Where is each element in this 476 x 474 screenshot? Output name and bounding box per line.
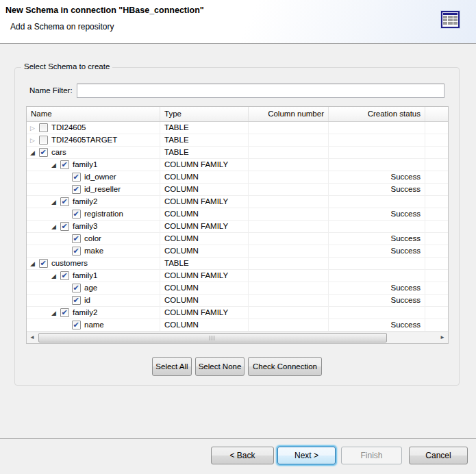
row-name-label: registration bbox=[84, 208, 123, 220]
table-row[interactable]: ◢carsTABLE bbox=[27, 147, 448, 159]
name-filter-label: Name Filter: bbox=[29, 86, 73, 95]
row-name-cell: id_reseller bbox=[27, 184, 160, 195]
row-creation-status-cell: Success bbox=[329, 282, 425, 294]
table-row[interactable]: ◢customersTABLE bbox=[27, 258, 448, 270]
row-extra-cell bbox=[425, 270, 448, 282]
wizard-banner: New Schema in connection "HBase_connecti… bbox=[0, 0, 476, 44]
row-name-label: name bbox=[84, 319, 104, 331]
table-row[interactable]: makeCOLUMNSuccess bbox=[27, 245, 448, 258]
row-checkbox-checked[interactable] bbox=[60, 271, 69, 280]
next-button[interactable]: Next > bbox=[277, 447, 336, 464]
table-body: ▷TDI24605TABLE▷TDI24605TARGETTABLE◢carsT… bbox=[27, 122, 448, 332]
row-type-cell: COLUMN bbox=[160, 171, 249, 183]
table-row[interactable]: id_ownerCOLUMNSuccess bbox=[27, 171, 448, 184]
row-column-number-cell bbox=[249, 147, 329, 158]
tree-collapsed-icon[interactable]: ▷ bbox=[30, 135, 39, 146]
row-checkbox-checked[interactable] bbox=[72, 247, 81, 255]
row-checkbox-checked[interactable] bbox=[39, 148, 48, 157]
table-row[interactable]: ▷TDI24605TARGETTABLE bbox=[27, 134, 448, 147]
row-checkbox-checked[interactable] bbox=[60, 222, 69, 231]
table-row[interactable]: ◢family3COLUMN FAMILY bbox=[27, 221, 448, 233]
row-creation-status-cell: Success bbox=[329, 208, 425, 220]
row-name-cell: ▷TDI24605 bbox=[27, 122, 160, 134]
table-row[interactable]: ◢family2COLUMN FAMILY bbox=[27, 307, 448, 319]
tree-expanded-icon[interactable]: ◢ bbox=[51, 271, 60, 282]
row-checkbox-checked[interactable] bbox=[72, 173, 81, 182]
row-type-cell: COLUMN bbox=[160, 233, 249, 245]
scroll-right-icon[interactable]: ► bbox=[437, 332, 448, 343]
row-extra-cell bbox=[425, 307, 448, 319]
row-checkbox-checked[interactable] bbox=[72, 321, 81, 329]
row-name-label: family1 bbox=[73, 159, 97, 171]
name-filter-input[interactable] bbox=[77, 84, 444, 98]
row-checkbox-checked[interactable] bbox=[72, 185, 81, 194]
table-row[interactable]: ◢family1COLUMN FAMILY bbox=[27, 159, 448, 171]
row-checkbox-checked[interactable] bbox=[60, 160, 69, 169]
row-checkbox-unchecked[interactable] bbox=[39, 123, 48, 132]
row-checkbox-checked[interactable] bbox=[72, 234, 81, 243]
row-type-cell: COLUMN bbox=[160, 184, 249, 195]
row-column-number-cell bbox=[249, 159, 329, 171]
row-name-label: color bbox=[84, 233, 101, 245]
row-extra-cell bbox=[425, 319, 448, 331]
tree-expanded-icon[interactable]: ◢ bbox=[51, 308, 60, 319]
row-name-label: TDI24605 bbox=[51, 122, 86, 134]
row-extra-cell bbox=[425, 208, 448, 220]
horizontal-scrollbar[interactable]: ◄ ► bbox=[27, 332, 448, 343]
row-name-label: family2 bbox=[73, 307, 97, 319]
table-row[interactable]: ◢family2COLUMN FAMILY bbox=[27, 196, 448, 208]
row-checkbox-checked[interactable] bbox=[72, 210, 81, 219]
row-name-label: id_reseller bbox=[84, 184, 121, 195]
table-row[interactable]: nameCOLUMNSuccess bbox=[27, 319, 448, 332]
row-extra-cell bbox=[425, 233, 448, 245]
row-name-cell: make bbox=[27, 245, 160, 257]
select-none-button[interactable]: Select None bbox=[195, 357, 245, 376]
column-header-column-number[interactable]: Column number bbox=[249, 107, 329, 121]
row-creation-status-cell bbox=[329, 196, 425, 208]
row-name-label: family3 bbox=[73, 221, 97, 232]
row-name-cell: id_owner bbox=[27, 171, 160, 183]
row-checkbox-checked[interactable] bbox=[72, 284, 81, 292]
check-connection-button[interactable]: Check Connection bbox=[248, 357, 322, 376]
tree-collapsed-icon[interactable]: ▷ bbox=[30, 123, 39, 134]
row-creation-status-cell: Success bbox=[329, 295, 425, 306]
table-row[interactable]: colorCOLUMNSuccess bbox=[27, 233, 448, 245]
scrollbar-thumb[interactable] bbox=[38, 333, 387, 342]
cancel-button[interactable]: Cancel bbox=[409, 447, 468, 464]
table-row[interactable]: id_resellerCOLUMNSuccess bbox=[27, 184, 448, 196]
row-creation-status-cell bbox=[329, 134, 425, 146]
row-extra-cell bbox=[425, 221, 448, 232]
row-checkbox-checked[interactable] bbox=[72, 296, 81, 305]
tree-expanded-icon[interactable]: ◢ bbox=[30, 258, 39, 269]
column-header-type[interactable]: Type bbox=[160, 107, 249, 121]
row-type-cell: TABLE bbox=[160, 147, 249, 158]
tree-expanded-icon[interactable]: ◢ bbox=[51, 160, 60, 171]
row-type-cell: COLUMN bbox=[160, 295, 249, 306]
row-name-label: TDI24605TARGET bbox=[51, 134, 117, 146]
row-checkbox-checked[interactable] bbox=[60, 197, 69, 206]
table-row[interactable]: ◢family1COLUMN FAMILY bbox=[27, 270, 448, 282]
row-checkbox-unchecked[interactable] bbox=[39, 136, 48, 145]
schema-tree-table: NameTypeColumn numberCreation status ▷TD… bbox=[26, 106, 449, 344]
table-row[interactable]: ▷TDI24605TABLE bbox=[27, 122, 448, 134]
column-header-creation-status[interactable]: Creation status bbox=[329, 107, 425, 121]
column-header-name[interactable]: Name bbox=[27, 107, 160, 121]
tree-expanded-icon[interactable]: ◢ bbox=[30, 147, 39, 158]
tree-expanded-icon[interactable]: ◢ bbox=[51, 197, 60, 208]
row-checkbox-checked[interactable] bbox=[60, 308, 69, 317]
table-row[interactable]: registrationCOLUMNSuccess bbox=[27, 208, 448, 221]
page-title: New Schema in connection "HBase_connecti… bbox=[5, 5, 204, 15]
table-header-row: NameTypeColumn numberCreation status bbox=[27, 107, 448, 122]
row-extra-cell bbox=[425, 295, 448, 306]
select-all-button[interactable]: Select All bbox=[152, 357, 192, 376]
scroll-left-icon[interactable]: ◄ bbox=[27, 332, 38, 343]
row-column-number-cell bbox=[249, 319, 329, 331]
table-row[interactable]: idCOLUMNSuccess bbox=[27, 295, 448, 307]
row-checkbox-checked[interactable] bbox=[39, 259, 48, 268]
row-name-cell: ◢family2 bbox=[27, 307, 160, 319]
row-name-cell: color bbox=[27, 233, 160, 245]
row-name-cell: ◢family3 bbox=[27, 221, 160, 232]
tree-expanded-icon[interactable]: ◢ bbox=[51, 221, 60, 232]
table-row[interactable]: ageCOLUMNSuccess bbox=[27, 282, 448, 295]
back-button[interactable]: < Back bbox=[211, 447, 274, 464]
